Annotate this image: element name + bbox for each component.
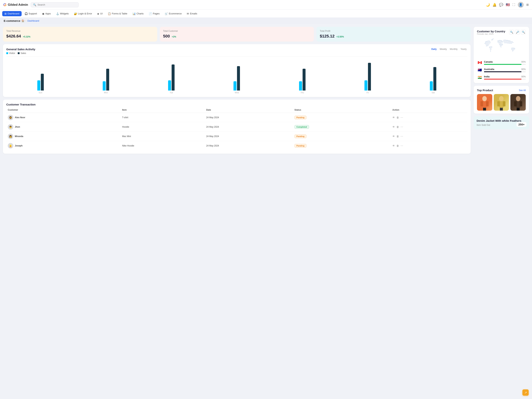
filter-weekly[interactable]: Weekly — [439, 47, 448, 51]
svg-point-106 — [511, 43, 512, 44]
col-status: Status — [293, 109, 391, 113]
svg-point-103 — [509, 43, 509, 44]
zoom-fit-btn[interactable]: 🔎 — [515, 30, 520, 35]
product-title: Top Product — [477, 89, 493, 92]
notification-icon[interactable]: 🔔 — [493, 3, 497, 7]
country-pct-india: 90% — [520, 75, 526, 78]
filter-yearly[interactable]: Yearly — [460, 47, 467, 51]
nav-forms-table[interactable]: 📋 Forms & Table — [106, 11, 129, 16]
svg-point-22 — [486, 44, 487, 44]
more-icon-0[interactable]: ⋯ — [400, 116, 403, 119]
filter-daily[interactable]: Daily — [431, 47, 437, 51]
svg-point-41 — [499, 40, 500, 41]
nav-apps-label: Apps — [45, 12, 51, 15]
nav-apps[interactable]: ◉ Apps — [40, 11, 53, 16]
zoom-out-btn[interactable]: 🔍 — [521, 30, 526, 35]
svg-point-98 — [505, 43, 506, 43]
logo: G Gilded Admin — [3, 2, 28, 7]
more-icon-1[interactable]: ⋯ — [400, 126, 403, 128]
customer-avatar-0: 🧔 — [8, 115, 13, 120]
svg-point-68 — [507, 40, 508, 41]
svg-point-121 — [501, 46, 501, 47]
svg-point-47 — [499, 41, 500, 41]
customers-label: Total Customer — [163, 30, 311, 32]
view-icon-1[interactable]: 👁 — [392, 126, 395, 128]
svg-point-25 — [488, 43, 489, 44]
svg-point-36 — [493, 39, 494, 39]
nav-widgets[interactable]: ⚓ Widgets — [54, 11, 71, 16]
country-subtitle: Periode Jan, 2025 — [477, 33, 505, 35]
model-3-svg — [513, 95, 524, 111]
logo-letter: G — [3, 2, 6, 7]
svg-point-125 — [491, 46, 491, 47]
more-icon-2[interactable]: ⋯ — [400, 135, 403, 138]
nav-login-error[interactable]: 🔐 Login & Error — [72, 11, 94, 16]
forms-icon: 📋 — [108, 12, 111, 15]
breadcrumb-link[interactable]: Dashboard — [27, 19, 39, 22]
visitor-bar-sat — [430, 81, 433, 90]
delete-icon-2[interactable]: 🗑 — [396, 135, 399, 138]
dark-mode-icon[interactable]: 🌙 — [486, 3, 490, 7]
view-icon-0[interactable]: 👁 — [392, 116, 395, 119]
svg-point-85 — [504, 42, 505, 42]
nav-pages[interactable]: 📄 Pages — [146, 11, 162, 16]
visitor-bar-thu — [299, 81, 302, 90]
delete-icon-0[interactable]: 🗑 — [396, 116, 399, 119]
chart-legend: Visitor Sales — [6, 52, 467, 55]
sales-bar-tue — [172, 64, 175, 90]
nav-support-label: Support — [29, 12, 37, 15]
more-icon-3[interactable]: ⋯ — [400, 144, 403, 147]
nav-ui[interactable]: ◈ UI — [95, 11, 105, 16]
chat-icon[interactable]: 💬 — [499, 3, 503, 7]
svg-point-148 — [512, 49, 513, 50]
nav-support[interactable]: 🎧 Support — [22, 11, 39, 16]
svg-point-67 — [507, 40, 507, 41]
floating-action-button[interactable]: ↗ — [522, 389, 529, 396]
ecommerce-icon: 🛒 — [165, 12, 168, 15]
see-all-link[interactable]: See All — [519, 89, 526, 92]
svg-point-72 — [503, 41, 504, 41]
language-icon[interactable]: 🇺🇸 — [506, 3, 510, 7]
svg-point-52 — [497, 42, 498, 43]
svg-point-128 — [490, 47, 490, 48]
search-bar[interactable]: 🔍 — [31, 2, 79, 7]
country-name-australia: Australia — [484, 68, 494, 70]
search-input[interactable] — [38, 3, 71, 6]
nav-dashboard[interactable]: ⊞ Dashboard — [2, 11, 22, 16]
svg-point-54 — [499, 42, 500, 42]
expand-icon[interactable]: ⛶ — [513, 3, 515, 6]
svg-point-133 — [490, 49, 490, 50]
grid-icon[interactable]: ⊞ — [526, 3, 529, 6]
filter-monthly[interactable]: Monthly — [449, 47, 458, 51]
svg-point-33 — [486, 46, 487, 46]
svg-rect-157 — [486, 101, 489, 106]
svg-point-7 — [486, 42, 487, 43]
svg-point-0 — [485, 41, 486, 42]
svg-point-53 — [498, 42, 499, 42]
denim-count: 250+ — [516, 122, 526, 127]
delete-icon-3[interactable]: 🗑 — [396, 144, 399, 147]
svg-point-2 — [487, 41, 487, 42]
delete-icon-1[interactable]: 🗑 — [396, 126, 399, 128]
nav-emails[interactable]: ✉ Emails — [184, 11, 199, 16]
avatar[interactable]: 👤 — [518, 2, 524, 8]
nav-charts[interactable]: 📊 Charts — [130, 11, 146, 16]
view-icon-2[interactable]: 👁 — [392, 135, 395, 138]
svg-point-91 — [509, 42, 509, 43]
customer-cell-3: 👱 Joseph — [6, 141, 121, 151]
country-pct-australia: 90% — [520, 68, 526, 70]
bar-group-fri — [335, 63, 400, 90]
progress-fill-canada — [484, 64, 521, 65]
nav-pages-label: Pages — [153, 12, 160, 15]
svg-point-42 — [500, 40, 500, 41]
svg-point-92 — [510, 42, 510, 43]
zoom-in-btn[interactable]: 🔍 — [509, 30, 514, 35]
bar-chart — [6, 57, 467, 90]
svg-point-150 — [514, 50, 514, 50]
date-cell-1: 24 May 2024 — [205, 122, 293, 132]
action-cell-0: 👁 🗑 ⋯ — [391, 113, 467, 122]
nav-ecommerce[interactable]: 🛒 Ecommerce — [163, 11, 184, 16]
country-row-canada: 🇨🇦 Canada 90% — [477, 60, 526, 65]
view-icon-3[interactable]: 👁 — [392, 144, 395, 147]
action-cell-3: 👁 🗑 ⋯ — [391, 141, 467, 151]
